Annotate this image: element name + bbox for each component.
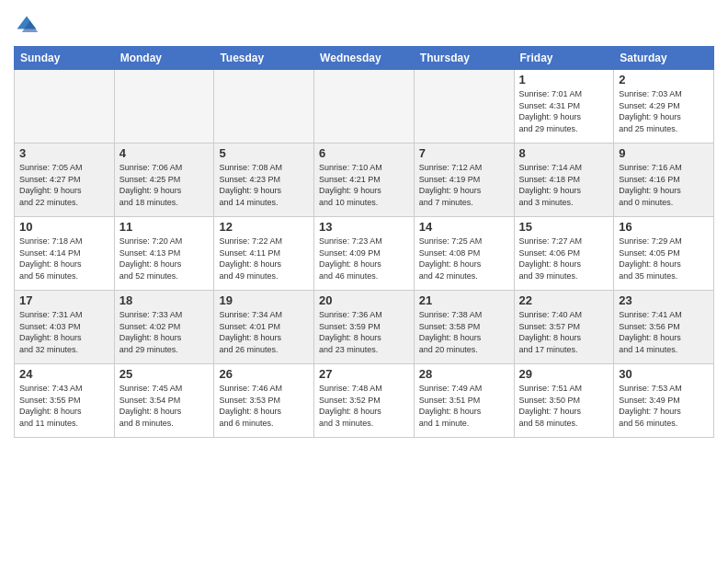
calendar-week-row: 3Sunrise: 7:05 AM Sunset: 4:27 PM Daylig…: [15, 144, 714, 217]
day-number: 26: [219, 367, 309, 381]
calendar-cell: 29Sunrise: 7:51 AM Sunset: 3:50 PM Dayli…: [514, 364, 614, 438]
day-number: 20: [319, 293, 409, 307]
day-info: Sunrise: 7:36 AM Sunset: 3:59 PM Dayligh…: [319, 309, 409, 355]
day-info: Sunrise: 7:41 AM Sunset: 3:56 PM Dayligh…: [619, 309, 709, 355]
calendar-week-row: 1Sunrise: 7:01 AM Sunset: 4:31 PM Daylig…: [15, 70, 714, 144]
day-info: Sunrise: 7:45 AM Sunset: 3:54 PM Dayligh…: [119, 383, 210, 429]
day-info: Sunrise: 7:34 AM Sunset: 4:01 PM Dayligh…: [219, 309, 309, 355]
day-number: 1: [519, 73, 609, 86]
calendar-cell: 12Sunrise: 7:22 AM Sunset: 4:11 PM Dayli…: [214, 217, 314, 291]
calendar-cell: 4Sunrise: 7:06 AM Sunset: 4:25 PM Daylig…: [114, 144, 214, 217]
header: [14, 9, 714, 39]
day-number: 25: [119, 367, 210, 381]
calendar-cell: 1Sunrise: 7:01 AM Sunset: 4:31 PM Daylig…: [514, 70, 614, 144]
day-number: 30: [619, 367, 709, 381]
weekday-header-wednesday: Wednesday: [314, 47, 415, 70]
day-info: Sunrise: 7:22 AM Sunset: 4:11 PM Dayligh…: [219, 236, 309, 282]
day-number: 2: [619, 73, 709, 86]
day-info: Sunrise: 7:20 AM Sunset: 4:13 PM Dayligh…: [119, 236, 210, 282]
calendar-cell: [15, 70, 115, 144]
calendar-cell: [314, 70, 415, 144]
page: SundayMondayTuesdayWednesdayThursdayFrid…: [0, 0, 728, 563]
day-info: Sunrise: 7:46 AM Sunset: 3:53 PM Dayligh…: [219, 383, 309, 429]
calendar-cell: [114, 70, 214, 144]
day-number: 22: [519, 293, 609, 307]
calendar-cell: 7Sunrise: 7:12 AM Sunset: 4:19 PM Daylig…: [414, 144, 514, 217]
day-number: 28: [419, 367, 509, 381]
day-info: Sunrise: 7:01 AM Sunset: 4:31 PM Dayligh…: [519, 88, 609, 134]
calendar-cell: 19Sunrise: 7:34 AM Sunset: 4:01 PM Dayli…: [214, 291, 314, 364]
calendar-cell: 15Sunrise: 7:27 AM Sunset: 4:06 PM Dayli…: [514, 217, 614, 291]
day-info: Sunrise: 7:12 AM Sunset: 4:19 PM Dayligh…: [419, 162, 509, 208]
calendar-cell: 18Sunrise: 7:33 AM Sunset: 4:02 PM Dayli…: [114, 291, 214, 364]
calendar-cell: 9Sunrise: 7:16 AM Sunset: 4:16 PM Daylig…: [614, 144, 714, 217]
weekday-header-saturday: Saturday: [614, 47, 714, 70]
calendar-cell: 14Sunrise: 7:25 AM Sunset: 4:08 PM Dayli…: [414, 217, 514, 291]
day-number: 24: [19, 367, 109, 381]
calendar-cell: [214, 70, 314, 144]
day-info: Sunrise: 7:06 AM Sunset: 4:25 PM Dayligh…: [119, 162, 210, 208]
weekday-header-thursday: Thursday: [414, 47, 514, 70]
calendar-cell: 3Sunrise: 7:05 AM Sunset: 4:27 PM Daylig…: [15, 144, 115, 217]
day-number: 21: [419, 293, 509, 307]
calendar-week-row: 24Sunrise: 7:43 AM Sunset: 3:55 PM Dayli…: [15, 364, 714, 438]
day-info: Sunrise: 7:16 AM Sunset: 4:16 PM Dayligh…: [619, 162, 709, 208]
calendar-cell: 5Sunrise: 7:08 AM Sunset: 4:23 PM Daylig…: [214, 144, 314, 217]
day-info: Sunrise: 7:43 AM Sunset: 3:55 PM Dayligh…: [19, 383, 109, 429]
day-number: 16: [619, 220, 709, 234]
calendar-week-row: 17Sunrise: 7:31 AM Sunset: 4:03 PM Dayli…: [15, 291, 714, 364]
day-info: Sunrise: 7:14 AM Sunset: 4:18 PM Dayligh…: [519, 162, 609, 208]
day-number: 10: [19, 220, 109, 234]
day-info: Sunrise: 7:33 AM Sunset: 4:02 PM Dayligh…: [119, 309, 210, 355]
calendar-cell: 6Sunrise: 7:10 AM Sunset: 4:21 PM Daylig…: [314, 144, 415, 217]
calendar-cell: 25Sunrise: 7:45 AM Sunset: 3:54 PM Dayli…: [114, 364, 214, 438]
day-number: 14: [419, 220, 509, 234]
day-number: 9: [619, 146, 709, 160]
day-number: 6: [319, 146, 409, 160]
day-number: 29: [519, 367, 609, 381]
day-info: Sunrise: 7:23 AM Sunset: 4:09 PM Dayligh…: [319, 236, 409, 282]
day-number: 5: [219, 146, 309, 160]
day-number: 17: [19, 293, 109, 307]
day-info: Sunrise: 7:29 AM Sunset: 4:05 PM Dayligh…: [619, 236, 709, 282]
calendar-cell: 30Sunrise: 7:53 AM Sunset: 3:49 PM Dayli…: [614, 364, 714, 438]
day-info: Sunrise: 7:31 AM Sunset: 4:03 PM Dayligh…: [19, 309, 109, 355]
weekday-header-row: SundayMondayTuesdayWednesdayThursdayFrid…: [15, 47, 714, 70]
day-info: Sunrise: 7:48 AM Sunset: 3:52 PM Dayligh…: [319, 383, 409, 429]
day-info: Sunrise: 7:25 AM Sunset: 4:08 PM Dayligh…: [419, 236, 509, 282]
calendar: SundayMondayTuesdayWednesdayThursdayFrid…: [14, 46, 714, 438]
day-info: Sunrise: 7:18 AM Sunset: 4:14 PM Dayligh…: [19, 236, 109, 282]
calendar-cell: 2Sunrise: 7:03 AM Sunset: 4:29 PM Daylig…: [614, 70, 714, 144]
calendar-cell: 23Sunrise: 7:41 AM Sunset: 3:56 PM Dayli…: [614, 291, 714, 364]
day-info: Sunrise: 7:53 AM Sunset: 3:49 PM Dayligh…: [619, 383, 709, 429]
day-number: 12: [219, 220, 309, 234]
day-info: Sunrise: 7:03 AM Sunset: 4:29 PM Dayligh…: [619, 88, 709, 134]
day-number: 8: [519, 146, 609, 160]
day-number: 19: [219, 293, 309, 307]
calendar-cell: 26Sunrise: 7:46 AM Sunset: 3:53 PM Dayli…: [214, 364, 314, 438]
calendar-cell: 13Sunrise: 7:23 AM Sunset: 4:09 PM Dayli…: [314, 217, 415, 291]
day-info: Sunrise: 7:27 AM Sunset: 4:06 PM Dayligh…: [519, 236, 609, 282]
calendar-cell: 24Sunrise: 7:43 AM Sunset: 3:55 PM Dayli…: [15, 364, 115, 438]
calendar-cell: 20Sunrise: 7:36 AM Sunset: 3:59 PM Dayli…: [314, 291, 415, 364]
day-info: Sunrise: 7:38 AM Sunset: 3:58 PM Dayligh…: [419, 309, 509, 355]
day-number: 18: [119, 293, 210, 307]
day-number: 4: [119, 146, 210, 160]
calendar-cell: 10Sunrise: 7:18 AM Sunset: 4:14 PM Dayli…: [15, 217, 115, 291]
weekday-header-tuesday: Tuesday: [214, 47, 314, 70]
calendar-cell: 17Sunrise: 7:31 AM Sunset: 4:03 PM Dayli…: [15, 291, 115, 364]
day-number: 7: [419, 146, 509, 160]
day-info: Sunrise: 7:49 AM Sunset: 3:51 PM Dayligh…: [419, 383, 509, 429]
calendar-week-row: 10Sunrise: 7:18 AM Sunset: 4:14 PM Dayli…: [15, 217, 714, 291]
weekday-header-sunday: Sunday: [15, 47, 115, 70]
day-number: 27: [319, 367, 409, 381]
day-info: Sunrise: 7:08 AM Sunset: 4:23 PM Dayligh…: [219, 162, 309, 208]
day-number: 3: [19, 146, 109, 160]
day-number: 11: [119, 220, 210, 234]
weekday-header-friday: Friday: [514, 47, 614, 70]
day-number: 13: [319, 220, 409, 234]
calendar-cell: [414, 70, 514, 144]
logo-icon: [14, 13, 40, 39]
day-info: Sunrise: 7:05 AM Sunset: 4:27 PM Dayligh…: [19, 162, 109, 208]
calendar-cell: 22Sunrise: 7:40 AM Sunset: 3:57 PM Dayli…: [514, 291, 614, 364]
